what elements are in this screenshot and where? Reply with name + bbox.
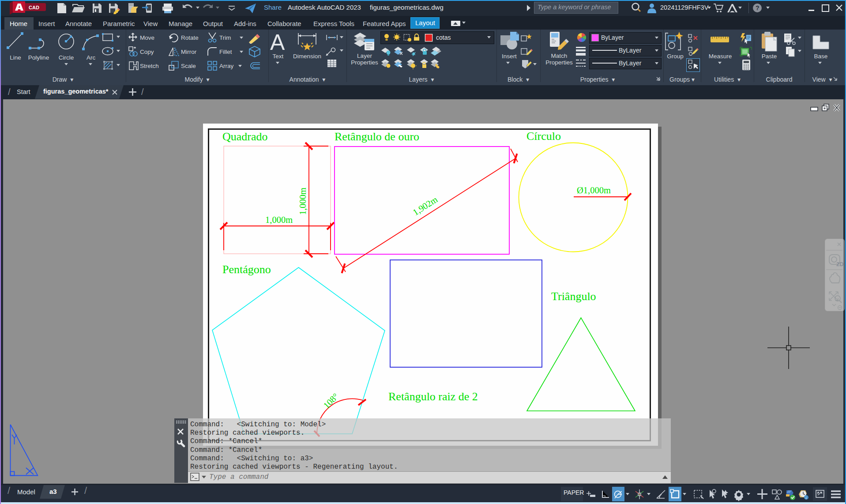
svg-text:Quadrado: Quadrado [222,130,268,143]
svg-text:Ø1,000m: Ø1,000m [577,185,611,195]
svg-text:Triângulo: Triângulo [551,290,596,303]
svg-text:Retângulo raiz de 2: Retângulo raiz de 2 [388,390,478,403]
svg-text:Círculo: Círculo [526,130,561,143]
svg-text:1,902m: 1,902m [411,194,439,217]
svg-text:Pentágono: Pentágono [222,263,271,276]
svg-text:2D: 2D [836,261,844,267]
svg-text:1,000m: 1,000m [265,215,293,225]
svg-text:1,000m: 1,000m [298,188,308,215]
svg-text:108°: 108° [321,391,340,410]
svg-text:Retângulo de ouro: Retângulo de ouro [335,130,419,143]
